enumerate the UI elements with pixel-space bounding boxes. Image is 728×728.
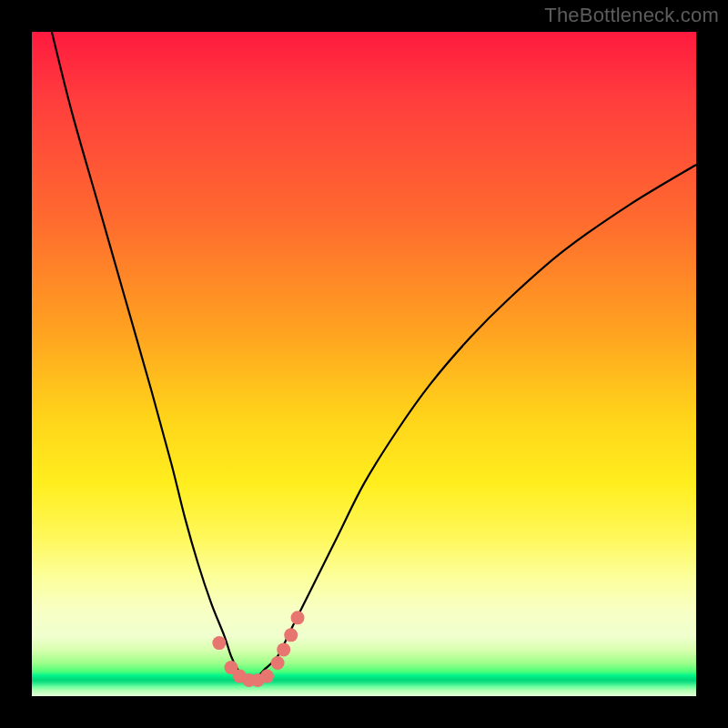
- marker-dot: [271, 656, 285, 670]
- marker-dot: [291, 611, 305, 624]
- marker-dot: [260, 670, 274, 683]
- curve-canvas: [32, 32, 696, 696]
- marker-dot: [277, 642, 290, 656]
- watermark-text: TheBottleneck.com: [544, 4, 719, 27]
- marker-dot: [284, 628, 298, 642]
- marker-dot: [212, 636, 226, 650]
- bottleneck-curve: [52, 32, 696, 677]
- chart-frame: TheBottleneck.com: [0, 0, 728, 728]
- highlighted-points: [212, 611, 304, 687]
- plot-area: [32, 32, 696, 696]
